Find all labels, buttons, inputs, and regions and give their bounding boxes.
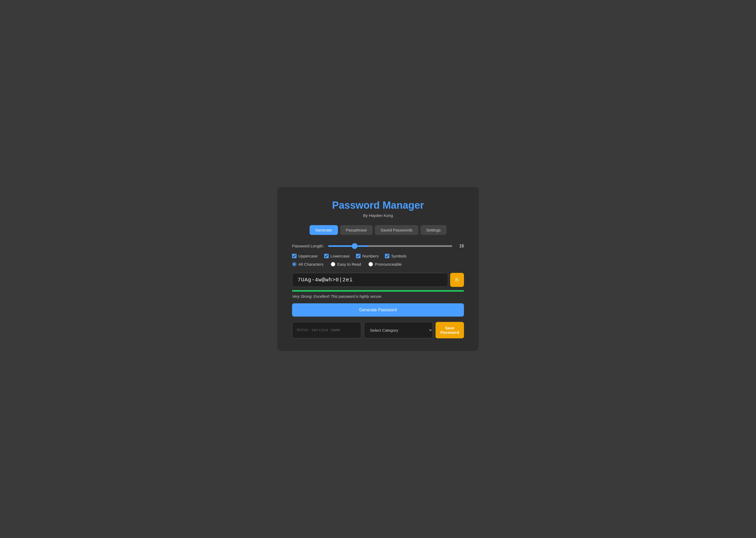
tab-settings[interactable]: Settings [421, 225, 446, 235]
main-card: Password Manager By Hayden Kong Generate… [277, 187, 479, 351]
all-characters-radio[interactable] [292, 262, 297, 266]
all-characters-label: All Characters [298, 262, 323, 266]
copy-icon: ⎘ [455, 277, 459, 283]
checkbox-lowercase[interactable]: Lowercase [324, 254, 350, 258]
tab-generate[interactable]: Generate [310, 225, 338, 235]
lowercase-label: Lowercase [330, 254, 350, 258]
password-length-label: Password Length: [292, 243, 324, 249]
category-select[interactable]: Select Category Social Media Email Banki… [364, 322, 433, 338]
password-length-value: 16 [456, 244, 464, 248]
numbers-checkbox[interactable] [356, 254, 361, 258]
strength-bar [292, 290, 464, 292]
radio-row: All Characters Easy to Read Pronounceabl… [292, 262, 464, 266]
lowercase-checkbox[interactable] [324, 254, 329, 258]
password-length-slider[interactable] [328, 245, 452, 247]
app-subtitle: By Hayden Kong [292, 213, 464, 218]
symbols-label: Symbols [391, 254, 407, 258]
numbers-label: Numbers [362, 254, 378, 258]
radio-all-characters[interactable]: All Characters [292, 262, 323, 266]
password-output-row: 7UAg-4w@wh>0|2ei ⎘ [292, 273, 464, 287]
pronounceable-radio[interactable] [369, 262, 373, 266]
save-password-button[interactable]: SavePassword [436, 322, 464, 338]
tab-passphrase[interactable]: Passphrase [340, 225, 373, 235]
service-name-input[interactable] [292, 322, 361, 338]
password-length-row: Password Length: 16 [292, 243, 464, 249]
easy-to-read-label: Easy to Read [337, 262, 361, 266]
tabs-container: Generate Passphrase Saved Passwords Sett… [292, 225, 464, 235]
strength-bar-container [292, 290, 464, 292]
copy-button[interactable]: ⎘ [450, 273, 464, 287]
app-title: Password Manager [292, 200, 464, 211]
uppercase-label: Uppercase [298, 254, 318, 258]
checkbox-symbols[interactable]: Symbols [385, 254, 407, 258]
checkbox-numbers[interactable]: Numbers [356, 254, 378, 258]
uppercase-checkbox[interactable] [292, 254, 297, 258]
radio-pronounceable[interactable]: Pronounceable [369, 262, 402, 266]
strength-text: Very Strong: Excellent! This password is… [292, 294, 464, 298]
radio-easy-to-read[interactable]: Easy to Read [331, 262, 361, 266]
checkbox-uppercase[interactable]: Uppercase [292, 254, 318, 258]
easy-to-read-radio[interactable] [331, 262, 335, 266]
generate-password-button[interactable]: Generate Password [292, 303, 464, 317]
password-display: 7UAg-4w@wh>0|2ei [292, 273, 448, 287]
tab-saved-passwords[interactable]: Saved Passwords [375, 225, 418, 235]
pronounceable-label: Pronounceable [375, 262, 402, 266]
symbols-checkbox[interactable] [385, 254, 389, 258]
save-row: Select Category Social Media Email Banki… [292, 322, 464, 338]
checkboxes-row: Uppercase Lowercase Numbers Symbols [292, 254, 464, 258]
